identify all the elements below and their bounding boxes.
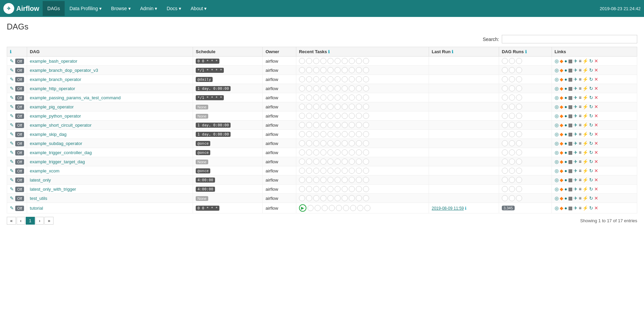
refresh-icon[interactable]: ↻ — [589, 113, 593, 119]
edit-icon[interactable]: ✎ — [10, 77, 14, 82]
gantt-icon[interactable]: ✈ — [574, 168, 578, 173]
delete-icon[interactable]: ✕ — [594, 104, 598, 109]
dag-name-link[interactable]: example_short_circuit_operator — [30, 123, 91, 128]
code-icon[interactable]: ≡ — [579, 205, 581, 211]
toggle-button[interactable]: Off — [15, 168, 24, 174]
graph-icon[interactable]: ◎ — [555, 205, 559, 211]
edit-icon[interactable]: ✎ — [10, 150, 14, 155]
tree-icon[interactable]: ◆ — [560, 113, 563, 119]
delete-icon[interactable]: ✕ — [594, 141, 598, 146]
calendar-icon[interactable]: ● — [564, 58, 567, 64]
graph-icon[interactable]: ◎ — [555, 131, 559, 137]
gantt-icon[interactable]: ✈ — [574, 159, 578, 164]
nav-item-about[interactable]: About ▾ — [186, 1, 211, 16]
delete-icon[interactable]: ✕ — [594, 95, 598, 100]
bolt-icon[interactable]: ⚡ — [582, 67, 588, 73]
gantt-icon[interactable]: ✈ — [574, 177, 578, 183]
edit-icon[interactable]: ✎ — [10, 67, 14, 73]
bar-icon[interactable]: ▦ — [568, 159, 573, 164]
gantt-icon[interactable]: ✈ — [574, 141, 578, 146]
edit-icon[interactable]: ✎ — [10, 122, 14, 128]
gantt-icon[interactable]: ✈ — [574, 67, 578, 73]
toggle-button[interactable]: Off — [15, 132, 24, 137]
code-icon[interactable]: ≡ — [579, 131, 581, 137]
next-page-button[interactable]: › — [36, 217, 44, 225]
calendar-icon[interactable]: ● — [564, 86, 567, 91]
dag-name-link[interactable]: example_passing_params_via_test_command — [30, 95, 121, 100]
bar-icon[interactable]: ▦ — [568, 150, 573, 155]
delete-icon[interactable]: ✕ — [594, 205, 598, 211]
calendar-icon[interactable]: ● — [564, 131, 567, 137]
bolt-icon[interactable]: ⚡ — [582, 58, 588, 64]
bolt-icon[interactable]: ⚡ — [582, 177, 588, 183]
code-icon[interactable]: ≡ — [579, 168, 581, 173]
gantt-icon[interactable]: ✈ — [574, 205, 578, 211]
toggle-button[interactable]: Off — [15, 159, 24, 165]
toggle-button[interactable]: Off — [15, 113, 24, 119]
bolt-icon[interactable]: ⚡ — [582, 131, 588, 137]
tree-icon[interactable]: ◆ — [560, 205, 563, 211]
refresh-icon[interactable]: ↻ — [589, 141, 593, 146]
delete-icon[interactable]: ✕ — [594, 67, 598, 73]
dag-name-link[interactable]: example_subdag_operator — [30, 141, 82, 146]
info-icon[interactable]: ℹ — [10, 49, 12, 54]
tree-icon[interactable]: ◆ — [560, 58, 563, 64]
nav-link-browse[interactable]: Browse ▾ — [106, 1, 135, 16]
prev-page-button[interactable]: ‹ — [17, 217, 25, 225]
dag-name-link[interactable]: example_python_operator — [30, 113, 81, 119]
dag-runs-info[interactable]: ℹ — [525, 49, 527, 54]
bolt-icon[interactable]: ⚡ — [582, 168, 588, 173]
dag-name-link[interactable]: tutorial — [30, 206, 43, 211]
code-icon[interactable]: ≡ — [579, 150, 581, 155]
code-icon[interactable]: ≡ — [579, 186, 581, 192]
toggle-button[interactable]: Off — [15, 187, 24, 192]
delete-icon[interactable]: ✕ — [594, 177, 598, 183]
tree-icon[interactable]: ◆ — [560, 95, 563, 100]
calendar-icon[interactable]: ● — [564, 95, 567, 100]
dag-name-link[interactable]: example_skip_dag — [30, 132, 66, 137]
last-run-row-info[interactable]: ℹ — [465, 206, 467, 211]
graph-icon[interactable]: ◎ — [555, 58, 559, 64]
bar-icon[interactable]: ▦ — [568, 205, 573, 211]
code-icon[interactable]: ≡ — [579, 67, 581, 73]
bolt-icon[interactable]: ⚡ — [582, 159, 588, 164]
code-icon[interactable]: ≡ — [579, 58, 581, 64]
calendar-icon[interactable]: ● — [564, 113, 567, 119]
calendar-icon[interactable]: ● — [564, 195, 567, 201]
gantt-icon[interactable]: ✈ — [574, 58, 578, 64]
delete-icon[interactable]: ✕ — [594, 113, 598, 119]
edit-icon[interactable]: ✎ — [10, 159, 14, 164]
graph-icon[interactable]: ◎ — [555, 86, 559, 91]
calendar-icon[interactable]: ● — [564, 159, 567, 164]
bolt-icon[interactable]: ⚡ — [582, 150, 588, 155]
bar-icon[interactable]: ▦ — [568, 113, 573, 119]
nav-item-docs[interactable]: Docs ▾ — [162, 1, 186, 16]
nav-item-browse[interactable]: Browse ▾ — [106, 1, 135, 16]
code-icon[interactable]: ≡ — [579, 122, 581, 128]
nav-link-about[interactable]: About ▾ — [186, 1, 211, 16]
gantt-icon[interactable]: ✈ — [574, 77, 578, 82]
bar-icon[interactable]: ▦ — [568, 177, 573, 183]
graph-icon[interactable]: ◎ — [555, 186, 559, 192]
bar-icon[interactable]: ▦ — [568, 195, 573, 201]
gantt-icon[interactable]: ✈ — [574, 131, 578, 137]
delete-icon[interactable]: ✕ — [594, 195, 598, 201]
delete-icon[interactable]: ✕ — [594, 159, 598, 164]
current-page-button[interactable]: 1 — [26, 217, 35, 225]
edit-icon[interactable]: ✎ — [10, 58, 14, 64]
bar-icon[interactable]: ▦ — [568, 131, 573, 137]
code-icon[interactable]: ≡ — [579, 104, 581, 109]
bolt-icon[interactable]: ⚡ — [582, 141, 588, 146]
refresh-icon[interactable]: ↻ — [589, 77, 593, 82]
bar-icon[interactable]: ▦ — [568, 58, 573, 64]
nav-item-admin[interactable]: Admin ▾ — [135, 1, 162, 16]
toggle-button[interactable]: Off — [15, 68, 24, 73]
dag-name-link[interactable]: example_xcom — [30, 168, 59, 173]
refresh-icon[interactable]: ↻ — [589, 186, 593, 192]
tree-icon[interactable]: ◆ — [560, 122, 563, 128]
calendar-icon[interactable]: ● — [564, 205, 567, 211]
edit-icon[interactable]: ✎ — [10, 113, 14, 119]
search-input[interactable] — [502, 35, 637, 43]
last-page-button[interactable]: » — [44, 217, 53, 225]
toggle-button[interactable]: Off — [15, 123, 24, 128]
